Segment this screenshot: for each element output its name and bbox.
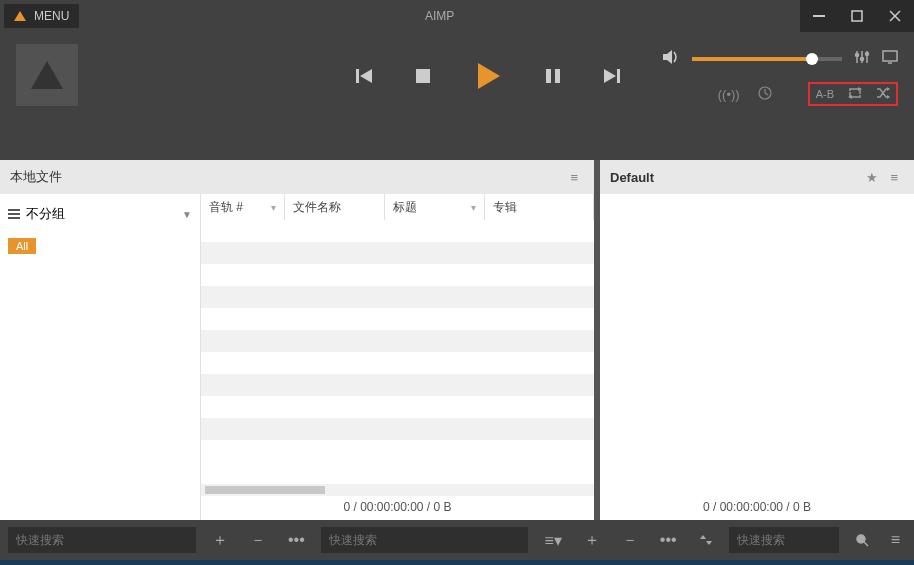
table-row: [201, 418, 594, 440]
add-button[interactable]: ＋: [206, 530, 234, 551]
stop-button[interactable]: [414, 67, 432, 85]
menu-button[interactable]: MENU: [4, 4, 79, 28]
svg-line-31: [864, 542, 868, 546]
filter-icon[interactable]: ▾: [471, 202, 476, 213]
more-button[interactable]: •••: [282, 531, 311, 549]
app-logo-icon: [14, 11, 26, 21]
col-filename[interactable]: 文件名称: [285, 194, 385, 220]
shuffle-button[interactable]: [876, 86, 890, 102]
window-controls: [800, 0, 914, 32]
close-button[interactable]: [876, 0, 914, 32]
svg-rect-6: [416, 69, 430, 83]
menu-label: MENU: [34, 9, 69, 23]
table-row: [201, 264, 594, 286]
playlist-tab-bar: Default ★ ≡: [600, 160, 914, 194]
svg-marker-10: [604, 69, 616, 83]
table-header: 音轨 #▾ 文件名称 标题▾ 专辑: [201, 194, 594, 220]
library-tab[interactable]: 本地文件: [10, 168, 62, 186]
svg-marker-28: [700, 535, 706, 539]
svg-rect-4: [356, 69, 359, 83]
svg-rect-9: [555, 69, 560, 83]
volume-thumb[interactable]: [806, 53, 818, 65]
ab-repeat-button[interactable]: A-B: [816, 88, 834, 100]
table-row: [201, 308, 594, 330]
volume-slider[interactable]: [692, 57, 842, 61]
col-track[interactable]: 音轨 #▾: [201, 194, 285, 220]
table-row: [201, 396, 594, 418]
playlist-panel: Default ★ ≡ 0 / 00:00:00:00 / 0 B: [600, 160, 914, 520]
group-label: 不分组: [26, 205, 65, 223]
middle-search-input[interactable]: [321, 527, 529, 553]
svg-rect-11: [617, 69, 620, 83]
horizontal-scrollbar[interactable]: [201, 484, 594, 496]
svg-point-16: [856, 54, 859, 57]
svg-rect-19: [883, 51, 897, 61]
list-menu-button[interactable]: ≡▾: [538, 531, 567, 550]
playlist-tab[interactable]: Default: [610, 170, 654, 185]
col-album[interactable]: 专辑: [485, 194, 594, 220]
chevron-down-icon: ▼: [182, 209, 192, 220]
playlist-remove-button[interactable]: －: [616, 530, 644, 551]
table-row: [201, 330, 594, 352]
volume-icon[interactable]: [662, 48, 680, 70]
svg-rect-1: [852, 11, 862, 21]
table-row: [201, 374, 594, 396]
svg-rect-8: [546, 69, 551, 83]
group-selector[interactable]: 不分组 ▼: [8, 202, 192, 236]
table-row: [201, 352, 594, 374]
library-panel: 本地文件 ≡ 不分组 ▼ All 音轨 #▾ 文件名称 标题▾ 专辑: [0, 160, 594, 520]
playlist-status: 0 / 00:00:00:00 / 0 B: [600, 496, 914, 520]
playlist-more-button[interactable]: •••: [654, 531, 683, 549]
svg-marker-26: [887, 87, 890, 91]
bottom-menu-icon[interactable]: ≡: [885, 531, 906, 549]
svg-point-30: [857, 535, 865, 543]
main-area: 本地文件 ≡ 不分组 ▼ All 音轨 #▾ 文件名称 标题▾ 专辑: [0, 160, 914, 520]
logo-icon: [31, 61, 63, 89]
svg-marker-5: [360, 69, 372, 83]
table-row: [201, 242, 594, 264]
search-icon[interactable]: [849, 533, 875, 547]
sub-controls: ((•)) A-B: [718, 82, 898, 106]
maximize-button[interactable]: [838, 0, 876, 32]
library-menu-icon[interactable]: ≡: [564, 170, 584, 185]
table-rows: [201, 220, 594, 484]
repeat-button[interactable]: [848, 86, 862, 102]
previous-button[interactable]: [354, 66, 374, 86]
album-art: [16, 44, 78, 106]
filter-icon[interactable]: ▾: [271, 202, 276, 213]
minimize-button[interactable]: [800, 0, 838, 32]
table-row: [201, 286, 594, 308]
favorite-icon[interactable]: ★: [860, 170, 884, 185]
visualization-button[interactable]: [882, 49, 898, 69]
pause-button[interactable]: [544, 67, 562, 85]
remove-button[interactable]: －: [244, 530, 272, 551]
svg-point-18: [866, 53, 869, 56]
svg-rect-0: [813, 15, 825, 17]
title-bar: MENU AIMP: [0, 0, 914, 32]
svg-point-17: [861, 58, 864, 61]
library-sidebar: 不分组 ▼ All: [0, 194, 200, 520]
next-button[interactable]: [602, 66, 622, 86]
svg-marker-27: [887, 95, 890, 99]
table-row: [201, 220, 594, 242]
scrollbar-thumb[interactable]: [205, 486, 325, 494]
play-button[interactable]: [472, 60, 504, 92]
playlist-search-input[interactable]: [729, 527, 839, 553]
playback-mode-box: A-B: [808, 82, 898, 106]
sort-button[interactable]: [693, 533, 719, 547]
playlist-add-button[interactable]: ＋: [578, 530, 606, 551]
svg-marker-29: [706, 541, 712, 545]
col-title[interactable]: 标题▾: [385, 194, 485, 220]
svg-marker-12: [663, 50, 672, 64]
equalizer-button[interactable]: [854, 49, 870, 69]
volume-row: [662, 48, 898, 70]
all-filter-badge[interactable]: All: [8, 238, 36, 254]
radio-icon[interactable]: ((•)): [718, 87, 740, 102]
svg-line-23: [765, 93, 768, 95]
clock-icon[interactable]: [758, 86, 772, 103]
volume-fill: [692, 57, 809, 61]
playlist-menu-icon[interactable]: ≡: [884, 170, 904, 185]
app-title: AIMP: [79, 9, 800, 23]
library-tab-bar: 本地文件 ≡: [0, 160, 594, 194]
library-search-input[interactable]: [8, 527, 196, 553]
